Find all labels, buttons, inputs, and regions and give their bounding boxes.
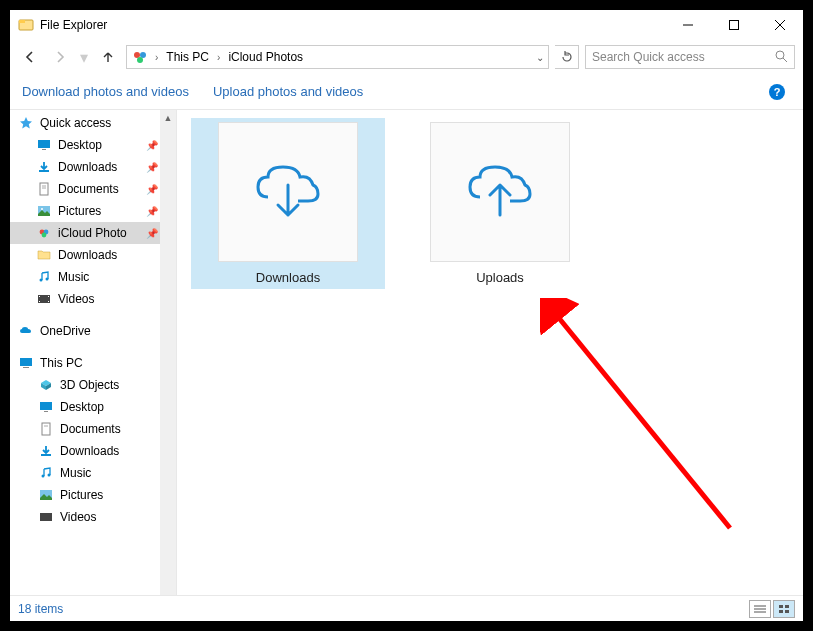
sidebar-item-tp-pictures[interactable]: Pictures (10, 484, 176, 506)
svg-point-22 (46, 278, 49, 281)
cloud-upload-icon (430, 122, 570, 262)
downloads-icon (36, 159, 52, 175)
chevron-right-icon[interactable]: › (153, 52, 160, 63)
svg-rect-1 (19, 20, 25, 23)
search-input[interactable]: Search Quick access (585, 45, 795, 69)
pin-icon: 📌 (146, 140, 158, 151)
search-icon (774, 49, 788, 66)
breadcrumb-folder[interactable]: iCloud Photos (226, 50, 305, 64)
maximize-button[interactable] (711, 10, 757, 40)
desktop-icon (36, 137, 52, 153)
back-button[interactable] (18, 45, 42, 69)
pin-icon: 📌 (146, 228, 158, 239)
svg-line-38 (554, 312, 730, 528)
star-icon (18, 115, 34, 131)
large-icons-view-button[interactable] (773, 600, 795, 618)
status-bar: 18 items (10, 595, 803, 621)
downloads-icon (38, 443, 54, 459)
location-icon (131, 48, 149, 66)
svg-line-10 (783, 58, 787, 62)
pin-icon: 📌 (146, 206, 158, 217)
svg-point-7 (140, 52, 146, 58)
svg-rect-31 (44, 411, 48, 412)
svg-rect-25 (39, 301, 40, 302)
sidebar-item-tp-documents[interactable]: Documents (10, 418, 176, 440)
refresh-button[interactable] (555, 45, 579, 69)
3d-objects-icon (38, 377, 54, 393)
sidebar-item-pictures[interactable]: Pictures📌 (10, 200, 176, 222)
svg-point-35 (48, 474, 51, 477)
svg-rect-32 (42, 423, 50, 435)
desktop-icon (38, 399, 54, 415)
sidebar-item-this-pc[interactable]: This PC (10, 352, 176, 374)
pin-icon: 📌 (146, 162, 158, 173)
svg-rect-43 (785, 605, 789, 608)
svg-point-8 (137, 57, 143, 63)
documents-icon (36, 181, 52, 197)
search-placeholder: Search Quick access (592, 50, 774, 64)
annotation-arrow (540, 298, 750, 548)
svg-rect-29 (23, 367, 29, 368)
svg-rect-28 (20, 358, 32, 366)
breadcrumb-this-pc[interactable]: This PC (164, 50, 211, 64)
sidebar-item-videos[interactable]: Videos (10, 288, 176, 310)
svg-rect-44 (779, 610, 783, 613)
sidebar-item-3d-objects[interactable]: 3D Objects (10, 374, 176, 396)
breadcrumb-dropdown[interactable]: ⌄ (536, 52, 544, 63)
breadcrumb[interactable]: › This PC › iCloud Photos ⌄ (126, 45, 549, 69)
documents-icon (38, 421, 54, 437)
chevron-right-icon[interactable]: › (215, 52, 222, 63)
pictures-icon (38, 487, 54, 503)
window-title: File Explorer (40, 18, 107, 32)
scroll-up-icon[interactable]: ▲ (160, 110, 176, 126)
download-photos-button[interactable]: Download photos and videos (22, 84, 189, 99)
svg-rect-45 (785, 610, 789, 613)
svg-rect-13 (40, 183, 48, 195)
forward-button[interactable] (48, 45, 72, 69)
sidebar-item-tp-downloads[interactable]: Downloads (10, 440, 176, 462)
svg-point-6 (134, 52, 140, 58)
recent-dropdown[interactable]: ▾ (78, 45, 90, 69)
details-view-button[interactable] (749, 600, 771, 618)
address-bar-row: ▾ › This PC › iCloud Photos ⌄ Search Qui… (10, 40, 803, 74)
up-button[interactable] (96, 45, 120, 69)
svg-rect-37 (40, 513, 52, 521)
music-icon (36, 269, 52, 285)
sidebar-item-downloads-2[interactable]: Downloads (10, 244, 176, 266)
svg-rect-27 (48, 301, 49, 302)
sidebar-item-onedrive[interactable]: OneDrive (10, 320, 176, 342)
file-explorer-icon (18, 17, 34, 33)
videos-icon (36, 291, 52, 307)
tile-label: Uploads (476, 270, 524, 285)
sidebar-item-tp-videos[interactable]: Videos (10, 506, 176, 528)
help-icon[interactable]: ? (769, 84, 785, 100)
cloud-download-icon (218, 122, 358, 262)
sidebar-item-icloud-photo[interactable]: iCloud Photo📌 (10, 222, 176, 244)
close-button[interactable] (757, 10, 803, 40)
folder-tile-downloads[interactable]: Downloads (191, 118, 385, 289)
sidebar-item-downloads[interactable]: Downloads📌 (10, 156, 176, 178)
sidebar-item-music[interactable]: Music (10, 266, 176, 288)
upload-photos-button[interactable]: Upload photos and videos (213, 84, 363, 99)
sidebar-item-quick-access[interactable]: Quick access (10, 112, 176, 134)
folder-tile-uploads[interactable]: Uploads (403, 118, 597, 289)
svg-rect-12 (42, 149, 46, 150)
svg-rect-3 (730, 21, 739, 30)
svg-point-21 (40, 279, 43, 282)
svg-rect-42 (779, 605, 783, 608)
music-icon (38, 465, 54, 481)
status-item-count: 18 items (18, 602, 63, 616)
sidebar-scrollbar[interactable]: ▲ (160, 110, 176, 595)
svg-rect-26 (48, 296, 49, 297)
content-area[interactable]: Downloads Uploads (177, 110, 803, 595)
svg-rect-24 (39, 296, 40, 297)
sidebar-item-tp-music[interactable]: Music (10, 462, 176, 484)
sidebar-item-desktop[interactable]: Desktop📌 (10, 134, 176, 156)
icloud-icon (36, 225, 52, 241)
sidebar-item-tp-desktop[interactable]: Desktop (10, 396, 176, 418)
minimize-button[interactable] (665, 10, 711, 40)
navigation-pane: Quick access Desktop📌 Downloads📌 Documen… (10, 110, 177, 595)
svg-point-34 (42, 475, 45, 478)
sidebar-item-documents[interactable]: Documents📌 (10, 178, 176, 200)
file-explorer-window: File Explorer ▾ › This PC › iCloud Photo… (10, 10, 803, 621)
